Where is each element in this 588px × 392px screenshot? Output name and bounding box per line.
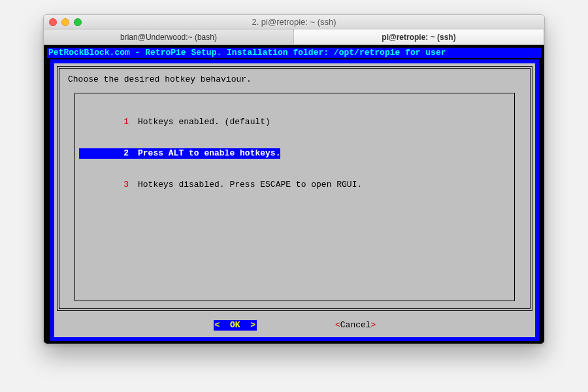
option-label: Press ALT to enable hotkeys. xyxy=(138,148,280,159)
banner-text: PetRockBlock.com - RetroPie Setup. Insta… xyxy=(47,48,541,58)
option-row[interactable]: 1 Hotkeys enabled. (default) xyxy=(79,117,510,127)
option-number: 1 xyxy=(79,117,138,127)
window-title: 2. pi@retropie: ~ (ssh) xyxy=(44,17,544,27)
titlebar: 2. pi@retropie: ~ (ssh) xyxy=(44,15,544,29)
option-label: Hotkeys disabled. Press ESCAPE to open R… xyxy=(138,180,362,190)
cancel-button[interactable]: <Cancel> xyxy=(335,320,376,331)
tab-ssh[interactable]: pi@retropie: ~ (ssh) xyxy=(294,29,544,44)
tab-label: brian@Underwood:~ (bash) xyxy=(120,33,217,42)
angle-open: < xyxy=(335,320,340,330)
tab-bash[interactable]: brian@Underwood:~ (bash) xyxy=(44,29,294,44)
cancel-label: Cancel xyxy=(340,320,371,330)
tab-bar: brian@Underwood:~ (bash) pi@retropie: ~ … xyxy=(44,29,544,45)
dialog-backdrop: Choose the desired hotkey behaviour. 1 H… xyxy=(50,59,539,341)
option-number: 3 xyxy=(79,180,138,190)
dialog-buttons: < OK > <Cancel> xyxy=(54,320,535,331)
terminal-viewport: PetRockBlock.com - RetroPie Setup. Insta… xyxy=(44,45,544,344)
option-row-selected[interactable]: 2 Press ALT to enable hotkeys. xyxy=(79,148,510,159)
dialog-prompt: Choose the desired hotkey behaviour. xyxy=(68,74,523,85)
option-row[interactable]: 3 Hotkeys disabled. Press ESCAPE to open… xyxy=(79,180,510,190)
tab-label: pi@retropie: ~ (ssh) xyxy=(382,33,455,42)
angle-close: > xyxy=(371,320,376,330)
options-frame: 1 Hotkeys enabled. (default) 2 Press ALT… xyxy=(74,93,515,301)
terminal-window: 2. pi@retropie: ~ (ssh) brian@Underwood:… xyxy=(43,14,545,344)
dialog-frame: Choose the desired hotkey behaviour. 1 H… xyxy=(57,66,532,311)
options-list: 1 Hotkeys enabled. (default) 2 Press ALT… xyxy=(75,93,514,214)
option-label: Hotkeys enabled. (default) xyxy=(138,117,270,127)
ok-button[interactable]: < OK > xyxy=(214,320,257,331)
option-number: 2 xyxy=(79,148,138,159)
dialog-box: Choose the desired hotkey behaviour. 1 H… xyxy=(54,63,535,337)
